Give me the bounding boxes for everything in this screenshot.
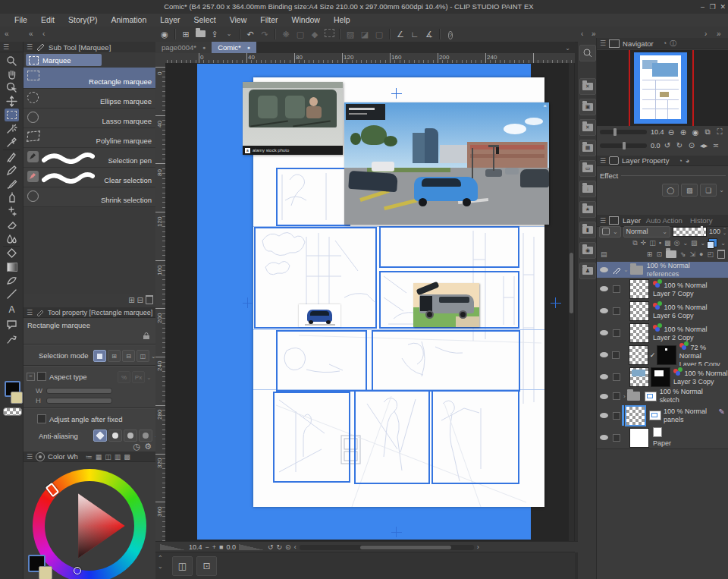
scroll-right-icon[interactable]: › <box>477 543 479 551</box>
menu-animation[interactable]: Animation <box>105 14 154 27</box>
balloon-tool[interactable] <box>5 318 19 331</box>
menu-window[interactable]: Window <box>285 14 327 27</box>
layer-row-layer3copy[interactable]: 100 % NormalLayer 3 Copy <box>597 366 728 389</box>
aspect-collapse-box[interactable]: − <box>27 373 35 381</box>
figure-tool[interactable] <box>5 274 19 287</box>
aspect-type-checkbox[interactable] <box>37 372 46 381</box>
aspect-h-input[interactable] <box>46 398 112 404</box>
add-subtool-icon[interactable]: ⊞ <box>128 296 134 304</box>
nav-reset-rotation-icon[interactable]: ⊙ <box>687 141 697 149</box>
marquee-tool[interactable] <box>5 109 19 121</box>
rotate-ccw-icon[interactable]: ↺ <box>268 543 274 551</box>
tab-layer[interactable]: Layer <box>621 216 642 226</box>
page-manager-button[interactable]: ◫ <box>172 556 193 576</box>
delete-subtool-icon[interactable] <box>146 295 153 304</box>
clip-studio-logo-icon[interactable]: ◉ <box>158 28 171 40</box>
layer-checkbox[interactable] <box>613 434 620 442</box>
merge-down-icon[interactable]: ⇲ <box>690 250 696 258</box>
material-search-icon[interactable] <box>579 45 596 61</box>
selection-mode-remove-button[interactable]: ⊟ <box>122 350 135 362</box>
transfer-down-icon[interactable]: ⇘ <box>680 250 686 258</box>
layerprop-tab3-icon[interactable]: ◕ <box>686 157 689 165</box>
layer-checkbox[interactable] <box>613 307 620 315</box>
crop-mask-icon[interactable]: ▨ <box>344 28 356 40</box>
material-frame-template-icon[interactable]: ▭ <box>579 160 596 177</box>
subtool-clear-selection[interactable]: Clear selection <box>24 168 156 187</box>
layerprop-tab2-icon[interactable]: ◔ <box>678 157 682 165</box>
palette-color-dropdown[interactable]: ⌄ <box>599 226 621 238</box>
blend-tool[interactable] <box>5 232 19 245</box>
gradient-tool[interactable] <box>5 260 19 273</box>
right-angle-left-icon[interactable]: ‹ <box>578 27 586 42</box>
navigator-rotate-slider[interactable] <box>600 143 647 148</box>
delete-layer-icon[interactable] <box>717 250 725 259</box>
intermediate-tab-icon[interactable]: ◫ <box>105 453 111 461</box>
subtool-lasso-marquee[interactable]: Lasso marquee <box>24 109 156 128</box>
menu-file[interactable]: File <box>8 14 34 27</box>
layer-checkbox[interactable] <box>612 351 620 359</box>
fill-tool[interactable] <box>5 247 19 260</box>
material-favorites-icon[interactable]: ★ <box>579 201 596 218</box>
navigator-tab-label[interactable]: Navigator <box>623 39 654 48</box>
menu-filter[interactable]: Filter <box>253 14 284 27</box>
selection-mode-new-button[interactable] <box>93 350 106 362</box>
close-button[interactable]: ✕ <box>718 0 728 14</box>
fill-mask-icon[interactable]: ◪ <box>359 28 371 40</box>
airbrush-tool[interactable] <box>5 191 19 204</box>
navigator-preview[interactable] <box>597 50 728 126</box>
zoom-in-icon[interactable]: + <box>212 543 216 551</box>
apply-mask-icon[interactable]: ◰ <box>707 250 714 258</box>
open-file-icon[interactable] <box>194 28 206 40</box>
layer-thumbnail[interactable] <box>629 345 648 365</box>
footer-up-icon[interactable]: ⌃ <box>158 555 163 562</box>
visibility-eye-icon[interactable] <box>600 286 608 291</box>
invert-selection-icon[interactable]: ◆ <box>309 28 321 40</box>
tab-auto-action[interactable]: Auto Action <box>642 216 686 226</box>
opacity-slider[interactable] <box>673 227 707 237</box>
save-chevron-icon[interactable]: ⌄ <box>223 28 235 40</box>
visibility-eye-icon[interactable] <box>600 394 608 399</box>
snap-ruler-icon[interactable]: ∠ <box>394 28 406 40</box>
colorwheel-tab-label[interactable]: Color Wh <box>48 452 78 461</box>
menu-edit[interactable]: Edit <box>34 14 61 27</box>
aspect-w-input[interactable] <box>46 388 112 394</box>
selection-mode-select-button[interactable]: ◫ <box>136 350 149 362</box>
wand-tool[interactable] <box>5 122 19 135</box>
collapse-subtool-icon[interactable]: « <box>26 27 36 42</box>
aspect-fix-button[interactable]: Px <box>132 371 145 383</box>
folder-expand-icon[interactable]: ⌄ <box>623 266 629 273</box>
layer-thumbnail[interactable] <box>625 405 646 426</box>
layer-thumbnail[interactable] <box>629 323 649 343</box>
nav-flip-horizontal-icon[interactable]: ◂▸ <box>699 141 709 149</box>
aa-medium-button[interactable] <box>124 430 137 442</box>
mask-display-icon[interactable]: ▨ <box>691 239 698 247</box>
lock-icon[interactable] <box>143 332 150 340</box>
visibility-eye-icon[interactable] <box>600 435 608 440</box>
transparent-color-swatch[interactable] <box>3 408 22 416</box>
effect-chevron-icon[interactable]: ⌄ <box>719 187 724 194</box>
layer-thumbnail[interactable] <box>629 301 649 321</box>
adjust-angle-checkbox[interactable] <box>37 414 46 423</box>
menu-help[interactable]: Help <box>327 14 357 27</box>
layer-row-paper[interactable]: Paper <box>597 426 728 449</box>
create-mask-icon[interactable]: ● <box>699 250 703 258</box>
nav-fit-window-icon[interactable]: ⛶ <box>715 127 725 137</box>
aspect-ratio-button[interactable]: % <box>118 371 130 383</box>
collapse-left-panel-icon[interactable]: « <box>2 27 12 42</box>
fit-screen-icon[interactable]: ■ <box>219 543 223 551</box>
layer-row-panels[interactable]: 100 % Normalpanels ✎ <box>597 404 728 427</box>
menu-select[interactable]: Select <box>187 14 223 27</box>
aa-none-button[interactable] <box>93 430 107 442</box>
pencil-tool[interactable] <box>5 164 19 177</box>
tab-page0004[interactable]: page0004*● <box>155 42 212 53</box>
layer-property-tab-label[interactable]: Layer Property <box>622 156 669 165</box>
material-tone-icon[interactable]: ▦ <box>579 140 596 156</box>
border-effect-icon[interactable]: ◯ <box>662 184 679 197</box>
duplicate-subtool-icon[interactable]: ⊟ <box>137 296 143 304</box>
layer-checkbox[interactable] <box>613 412 620 420</box>
selection-mode-add-button[interactable]: ⊞ <box>108 350 121 362</box>
decoration-tool[interactable] <box>5 205 19 218</box>
lock-layer-icon[interactable]: ▪ <box>659 239 661 247</box>
tab-history[interactable]: History <box>686 216 717 226</box>
zoom-tool[interactable] <box>5 55 19 68</box>
